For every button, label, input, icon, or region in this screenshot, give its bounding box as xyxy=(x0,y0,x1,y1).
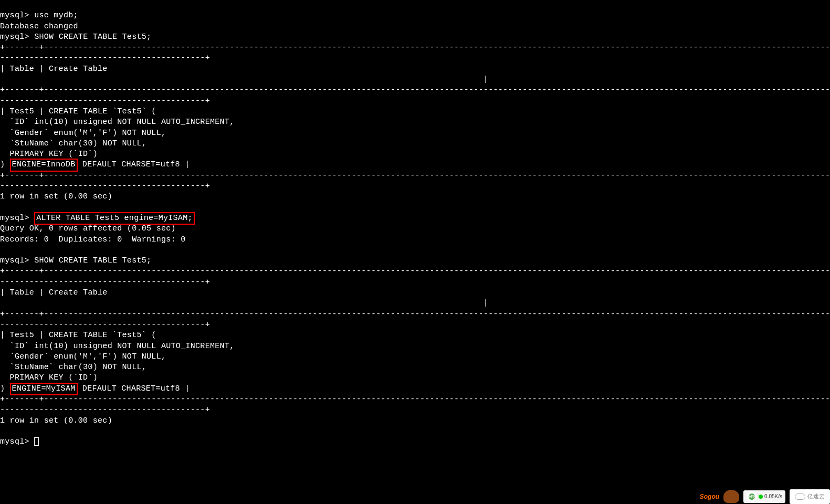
header-end: | xyxy=(484,75,488,84)
prompt: mysql> xyxy=(0,33,29,41)
header-end: | xyxy=(484,299,488,308)
create-stmt-line: `ID` int(10) unsigned NOT NULL AUTO_INCR… xyxy=(0,118,234,127)
create-stmt-line: `Gender` enum('M','F') NOT NULL, xyxy=(0,352,166,361)
separator: +-------+-------------------------------… xyxy=(0,267,830,276)
create-engine-pre: ) xyxy=(0,160,10,169)
records-stats: Records: 0 Duplicates: 0 Warnings: 0 xyxy=(0,235,185,244)
create-stmt-line: | Test5 | CREATE TABLE `Test5` ( xyxy=(0,107,156,116)
create-stmt-line: | Test5 | CREATE TABLE `Test5` ( xyxy=(0,331,156,340)
speed-badge-icon: 54% xyxy=(747,491,757,502)
final-prompt: mysql> xyxy=(0,437,34,446)
create-stmt-line: PRIMARY KEY (`ID`) xyxy=(0,150,98,159)
status-dot-icon xyxy=(759,495,763,499)
separator-end: ----------------------------------------… xyxy=(0,278,210,287)
engine-innodb-highlight: ENGINE=InnoDB xyxy=(10,159,78,171)
separator-end: ----------------------------------------… xyxy=(0,54,210,62)
prompt: mysql> xyxy=(0,11,29,20)
table-header: | Table | Create Table xyxy=(0,65,108,74)
rowcount: 1 row in set (0.00 sec) xyxy=(0,192,112,201)
alter-table-highlight: ALTER TABLE Test5 engine=MyISAM; xyxy=(34,212,195,225)
create-stmt-line: PRIMARY KEY (`ID`) xyxy=(0,373,98,382)
prompt: mysql> xyxy=(0,214,29,223)
command-use: use mydb; xyxy=(34,11,78,20)
taskbar: Sogou 54% 0.05K/s 亿速云 xyxy=(700,489,830,504)
table-header: | Table | Create Table xyxy=(0,288,108,297)
separator: +-------+-------------------------------… xyxy=(0,395,830,404)
create-stmt-line: `Gender` enum('M','F') NOT NULL, xyxy=(0,129,166,138)
separator-end: ----------------------------------------… xyxy=(0,320,210,329)
create-engine-post: DEFAULT CHARSET=utf8 | xyxy=(78,384,190,393)
separator: +-------+-------------------------------… xyxy=(0,43,830,52)
command-show-create-2: SHOW CREATE TABLE Test5; xyxy=(34,256,151,265)
cloud-icon xyxy=(795,494,805,500)
separator-end: ----------------------------------------… xyxy=(0,405,210,414)
create-stmt-line: `StuName` char(30) NOT NULL, xyxy=(0,139,146,148)
separator-end: ----------------------------------------… xyxy=(0,97,210,106)
create-stmt-line: `ID` int(10) unsigned NOT NULL AUTO_INCR… xyxy=(0,342,234,351)
separator: +-------+-------------------------------… xyxy=(0,171,830,180)
create-engine-pre: ) xyxy=(0,384,10,393)
prompt: mysql> xyxy=(0,256,29,265)
separator: +-------+-------------------------------… xyxy=(0,310,830,319)
command-show-create: SHOW CREATE TABLE Test5; xyxy=(34,33,151,41)
cursor[interactable] xyxy=(34,437,39,446)
create-stmt-line: `StuName` char(30) NOT NULL, xyxy=(0,363,146,372)
terminal-output: mysql> use mydb; Database changed mysql>… xyxy=(0,0,830,447)
net-speed: 0.05K/s xyxy=(764,491,782,502)
cloud-text: 亿速云 xyxy=(807,491,825,502)
separator-end: ----------------------------------------… xyxy=(0,182,210,191)
cloud-badge[interactable]: 亿速云 xyxy=(790,489,830,504)
rowcount: 1 row in set (0.00 sec) xyxy=(0,416,112,425)
cat-icon[interactable] xyxy=(723,490,739,503)
query-ok: Query OK, 0 rows affected (0.05 sec) xyxy=(0,224,176,233)
sogou-icon[interactable]: Sogou xyxy=(700,491,719,502)
db-changed: Database changed xyxy=(0,22,78,31)
create-engine-post: DEFAULT CHARSET=utf8 | xyxy=(78,160,190,169)
separator: +-------+-------------------------------… xyxy=(0,86,830,94)
engine-myisam-highlight: ENGINE=MyISAM xyxy=(10,383,78,395)
speed-indicator[interactable]: 54% 0.05K/s xyxy=(743,490,785,503)
